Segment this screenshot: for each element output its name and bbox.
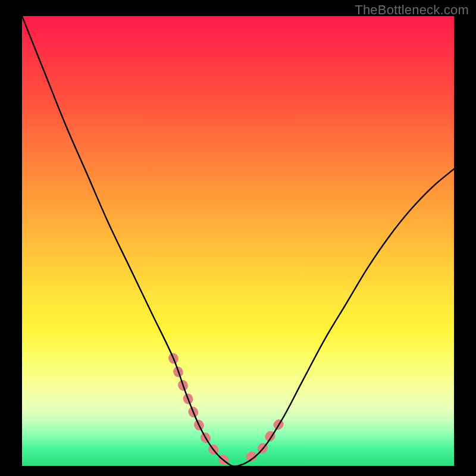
highlight-left-descent — [173, 358, 225, 462]
curve-path — [22, 16, 454, 466]
chart-frame: TheBottleneck.com — [0, 0, 476, 476]
watermark-text: TheBottleneck.com — [355, 2, 469, 18]
chart-svg — [22, 16, 454, 466]
plot-area — [22, 16, 454, 466]
main-curve — [22, 16, 454, 466]
highlight-right-ascent — [251, 421, 281, 456]
